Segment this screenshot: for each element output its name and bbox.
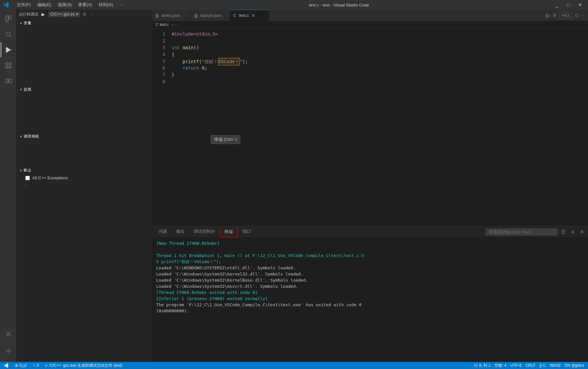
split-editor-button[interactable]: ⊡ (575, 13, 579, 18)
debug-more-button[interactable]: ··· (89, 12, 93, 17)
title-bar-left: 文件(F) 编辑(E) 选择(S) 查看(V) 转到(G) ··· (3, 1, 126, 8)
panel-area: 问题 输出 调试控制台 终端 端口 ☰ ∧ ✕ [New Thread 2746… (152, 226, 588, 362)
panel-tab-terminal[interactable]: 终端 (220, 227, 237, 238)
code-line-3: int main() (172, 44, 584, 51)
breakpoint-item[interactable]: All C++ Exceptions (16, 174, 152, 182)
error-count: 0△0 (19, 363, 27, 368)
line-col-text: 行 8, 列 1 (474, 363, 490, 368)
debug-config-selector[interactable]: C/C++: gcc.ex ▾ (48, 11, 80, 17)
svg-rect-11 (9, 66, 11, 68)
svg-rect-9 (9, 63, 11, 65)
variables-section-header[interactable]: ▾ 变量 (16, 19, 152, 27)
activity-extensions-icon[interactable] (1, 58, 16, 73)
eol-text: CRLF (525, 363, 535, 368)
tab-test-c[interactable]: C test.c ✕ (230, 10, 269, 21)
activity-debug-icon[interactable] (1, 42, 16, 57)
watch-section-header[interactable]: ▾ 监视 (16, 85, 152, 93)
hex-button[interactable]: HEX (559, 12, 573, 19)
menu-view[interactable]: 查看(V) (75, 1, 95, 8)
callstack-section-title: 调用堆栈 (24, 134, 39, 139)
tab-launch-json[interactable]: {} launch.json (191, 10, 230, 21)
panel-tab-output[interactable]: 输出 (172, 226, 189, 238)
panel-toolbar: ☰ ∧ ✕ (486, 228, 585, 236)
breadcrumb-more: ··· (174, 22, 177, 27)
code-line-8 (172, 78, 584, 85)
dropdown-arrow-icon: ▾ (76, 12, 78, 17)
breakpoint-expand[interactable]: › (16, 182, 152, 189)
run-button[interactable]: ▶ (40, 11, 46, 17)
watch-arrow-icon: ▾ (20, 88, 22, 91)
status-spaces[interactable]: 空格: 4 (493, 362, 508, 369)
terminal-content[interactable]: [New Thread 27460.0x5ebc] Thread 1 hit B… (152, 238, 588, 362)
terminal-line-blank1 (156, 246, 584, 252)
activity-settings-icon[interactable] (1, 344, 16, 359)
filter-input[interactable] (486, 229, 557, 235)
platform-text: Win32 (550, 363, 561, 368)
panel-close-button[interactable]: ✕ (579, 228, 585, 236)
menu-bar: 文件(F) 编辑(E) 选择(S) 查看(V) 转到(G) ··· (14, 1, 126, 8)
callstack-section-header[interactable]: ▾ 调用堆栈 (16, 132, 152, 140)
terminal-line-thread-hit: Thread 1 hit Breakpoint 1, main () at F:… (156, 252, 584, 259)
panel-tab-debug-console[interactable]: 调试控制台 (190, 226, 219, 238)
status-platform[interactable]: Win32 (548, 362, 562, 369)
editor-toolbar-right: ▷ ⚙ HEX ⊡ ··· (544, 12, 588, 19)
activity-remote-icon[interactable] (1, 73, 16, 88)
activity-account-icon[interactable] (1, 327, 16, 342)
panel-list-icon[interactable]: ☰ (560, 228, 567, 236)
status-vscode-icon[interactable] (3, 362, 10, 369)
status-language[interactable]: {} C (538, 362, 547, 369)
activity-explorer-icon[interactable] (1, 11, 16, 26)
breadcrumb-sep-icon: › (171, 22, 173, 27)
tab-tasks-json[interactable]: {} tasks.json (152, 10, 191, 21)
cpp-exceptions-checkbox[interactable] (25, 176, 30, 180)
run-file-button[interactable]: ▷ (546, 12, 550, 18)
svg-rect-10 (6, 66, 8, 68)
svg-point-14 (8, 80, 9, 82)
callstack-arrow-icon: ▾ (20, 135, 22, 138)
vscode-logo-icon (3, 2, 9, 8)
panel-tab-ports[interactable]: 端口 (239, 226, 255, 238)
code-line-4: { (172, 51, 584, 58)
minimap (584, 28, 588, 226)
status-line-col[interactable]: 行 8, 列 1 (473, 362, 492, 369)
status-run-info[interactable]: ▷ C/C++: gcc.exe 生成和调试活动文件 (test) (44, 362, 124, 369)
status-errors[interactable]: ⊕ 0△0 (14, 362, 28, 369)
menu-edit[interactable]: 编辑(E) (35, 1, 54, 8)
terminal-line-kernelbase: Loaded 'C:\Windows\System32\KernelBase.d… (156, 277, 584, 283)
code-content[interactable]: #include<stdio.h> int main() { printf("你… (168, 28, 584, 226)
breakpoints-section-header[interactable]: ▾ 断点 (16, 166, 152, 174)
menu-goto[interactable]: 转到(G) (96, 1, 116, 8)
panel-tab-problems[interactable]: 问题 (155, 226, 171, 238)
settings-icon-button[interactable]: ⚙ (553, 13, 557, 18)
callstack-content (16, 140, 152, 166)
svg-point-15 (7, 332, 9, 334)
code-editor[interactable]: 1 2 3 4 5 6 7 8 #include<stdio.h> int ma… (152, 28, 588, 226)
activity-search-icon[interactable] (1, 27, 16, 42)
menu-more[interactable]: ··· (117, 1, 126, 8)
menu-file[interactable]: 文件(F) (14, 1, 33, 8)
status-encoding[interactable]: UTF-8 (509, 362, 523, 369)
run-debug-label: 运行和调试 (19, 12, 38, 17)
breadcrumb-filename: test.c (160, 22, 169, 27)
sidebar: 运行和调试 ▶ C/C++: gcc.ex ▾ ⚙ ··· ▾ 变量 ▾ 监视 … (16, 10, 152, 362)
status-user[interactable]: DN @jplins (563, 362, 585, 369)
status-warnings[interactable]: ⑊ 0 (32, 362, 40, 369)
menu-select[interactable]: 选择(S) (55, 1, 74, 8)
debug-settings-button[interactable]: ⚙ (82, 11, 87, 17)
close-button[interactable]: ✕ (576, 2, 585, 8)
code-line-7: } (172, 72, 584, 78)
warning-icon: ⑊ (33, 363, 35, 368)
panel-up-button[interactable]: ∧ (570, 228, 576, 236)
spaces-text: 空格: 4 (494, 363, 506, 368)
minimize-button[interactable]: ⎯ (552, 2, 561, 8)
status-eol[interactable]: CRLF (524, 362, 536, 369)
variables-content (16, 27, 152, 85)
tasks-tab-label: tasks.json (161, 13, 180, 18)
editor-more-button[interactable]: ··· (582, 13, 585, 18)
cpp-exceptions-label: All C++ Exceptions (32, 175, 68, 180)
testc-close-icon[interactable]: ✕ (251, 13, 255, 18)
maximize-button[interactable]: □ (564, 2, 573, 8)
terminal-line-printf: 5 printf("你好！VSCode！"); (156, 259, 584, 265)
encoding-text: UTF-8 (510, 363, 521, 368)
terminal-line-new-thread: [New Thread 27460.0x5ebc] (156, 240, 584, 246)
